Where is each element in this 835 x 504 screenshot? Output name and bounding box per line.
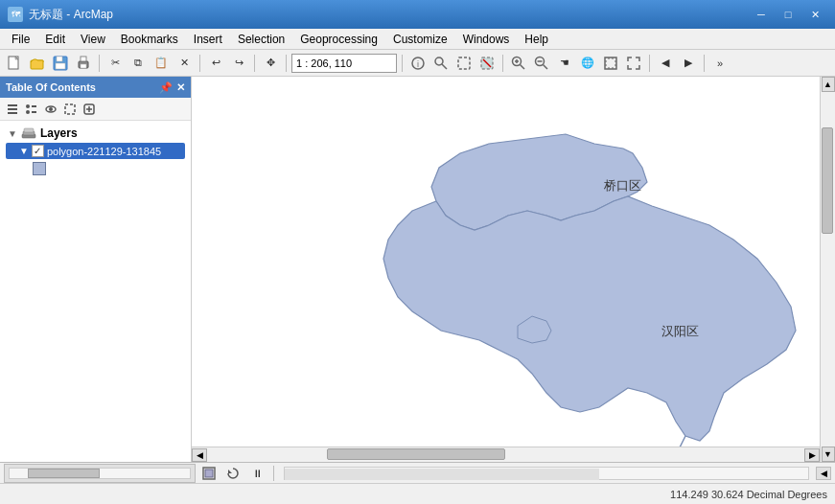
toc-toolbar <box>0 98 191 121</box>
undo-button[interactable]: ↩ <box>205 53 226 74</box>
layers-icon <box>21 126 36 140</box>
copy-button[interactable]: ⧉ <box>128 53 149 74</box>
toc-layer-row[interactable]: ▼ ✓ polygon-221129-131845 <box>6 143 185 159</box>
toc-group-layers: ▼ Layers ▼ ✓ polygon-221129-131845 <box>0 123 191 179</box>
toc-h-scroll-thumb[interactable] <box>28 469 100 478</box>
separator-1 <box>99 55 100 72</box>
scale-input[interactable] <box>291 54 397 73</box>
toc-pin-button[interactable]: 📌 <box>159 81 173 94</box>
map-bottom-toolbar: ⏸ ◀ <box>0 462 835 483</box>
forward-button[interactable]: ▶ <box>678 53 699 74</box>
select-button[interactable] <box>453 53 475 74</box>
toc-selection-button[interactable] <box>61 101 79 118</box>
back-button[interactable]: ◀ <box>655 53 676 74</box>
toc-group-header[interactable]: ▼ Layers <box>4 125 187 142</box>
clear-selection-button[interactable] <box>476 53 498 74</box>
menu-edit[interactable]: Edit <box>37 31 73 48</box>
svg-point-35 <box>26 104 30 108</box>
map-svg[interactable]: 桥口区 汉阳区 <box>192 77 820 447</box>
toc-options-button[interactable] <box>81 101 98 118</box>
menu-customize[interactable]: Customize <box>385 31 455 48</box>
scroll-down-button[interactable]: ▼ <box>822 447 835 462</box>
separator-7 <box>649 55 650 72</box>
new-button[interactable] <box>4 53 25 74</box>
paste-button[interactable]: 📋 <box>151 53 172 74</box>
hand-button[interactable]: ☚ <box>554 53 575 74</box>
print-button[interactable] <box>73 53 94 74</box>
pan-button[interactable]: ✥ <box>260 53 281 74</box>
minimize-button[interactable]: ─ <box>749 4 774 25</box>
separator-bottom <box>273 466 274 481</box>
open-button[interactable] <box>27 53 48 74</box>
maximize-button[interactable]: □ <box>776 4 800 25</box>
toc-header: Table Of Contents 📌 ✕ <box>0 77 191 98</box>
svg-rect-7 <box>81 57 86 61</box>
svg-marker-51 <box>228 470 232 473</box>
separator-4 <box>286 55 287 72</box>
menu-bar: File Edit View Bookmarks Insert Selectio… <box>0 29 835 50</box>
svg-text:i: i <box>417 59 419 69</box>
menu-insert[interactable]: Insert <box>186 31 230 48</box>
globe-button[interactable]: 🌐 <box>577 53 598 74</box>
title-bar-left: 🗺 无标题 - ArcMap <box>8 7 113 23</box>
cut-button[interactable]: ✂ <box>104 53 126 74</box>
h-scroll-track <box>207 447 804 462</box>
toc-list-view-button[interactable] <box>4 101 21 118</box>
main-toolbar: ✂ ⧉ 📋 ✕ ↩ ↪ ✥ i ☚ 🌐 ◀ ▶ » <box>0 50 835 77</box>
find-button[interactable] <box>430 53 452 74</box>
scroll-thumb[interactable] <box>822 127 833 234</box>
menu-windows[interactable]: Windows <box>455 31 518 48</box>
svg-rect-50 <box>205 470 213 477</box>
layer-symbol <box>33 162 46 175</box>
menu-selection[interactable]: Selection <box>230 31 292 48</box>
toc-panel: Table Of Contents 📌 ✕ <box>0 77 192 462</box>
title-bar-controls[interactable]: ─ □ ✕ <box>749 4 827 25</box>
separator-3 <box>254 55 255 72</box>
layer-name: polygon-221129-131845 <box>47 146 161 157</box>
layer-checkbox[interactable]: ✓ <box>32 145 44 157</box>
expand-group-icon: ▼ <box>8 128 17 139</box>
full-extent-button[interactable] <box>600 53 621 74</box>
scroll-up-button[interactable]: ▲ <box>822 77 835 92</box>
identify-button[interactable]: i <box>407 53 429 74</box>
close-button[interactable]: ✕ <box>802 4 827 25</box>
delete-button[interactable]: ✕ <box>174 53 195 74</box>
toc-source-view-button[interactable] <box>23 101 40 118</box>
more-options-button[interactable]: » <box>709 53 731 74</box>
toc-content: ▼ Layers ▼ ✓ polygon-221129-131845 <box>0 121 191 462</box>
map-area[interactable]: 桥口区 汉阳区 ▲ ▼ ◀ ▶ <box>192 77 835 462</box>
title-bar-text: 无标题 - ArcMap <box>29 7 113 23</box>
svg-line-21 <box>544 64 548 69</box>
toc-visibility-button[interactable] <box>42 101 59 118</box>
redo-button[interactable]: ↪ <box>228 53 249 74</box>
svg-rect-8 <box>81 64 86 68</box>
toc-close-button[interactable]: ✕ <box>176 81 185 94</box>
scroll-left-button[interactable]: ◀ <box>192 448 207 462</box>
svg-point-37 <box>26 110 30 114</box>
expand-button[interactable] <box>623 53 644 74</box>
layout-view-button[interactable] <box>198 463 220 484</box>
separator-2 <box>199 55 200 72</box>
menu-bookmarks[interactable]: Bookmarks <box>113 31 186 48</box>
refresh-button[interactable] <box>222 463 244 484</box>
menu-file[interactable]: File <box>4 31 37 48</box>
menu-geoprocessing[interactable]: Geoprocessing <box>292 31 385 48</box>
progress-bar-fill <box>285 469 599 480</box>
pause-button[interactable]: ⏸ <box>246 463 267 484</box>
zoom-in-button[interactable] <box>508 53 529 74</box>
status-bar: 114.249 30.624 Decimal Degrees <box>0 483 835 504</box>
menu-view[interactable]: View <box>73 31 113 48</box>
menu-help[interactable]: Help <box>517 31 556 48</box>
separator-6 <box>502 55 503 72</box>
vertical-scrollbar[interactable]: ▲ ▼ <box>820 77 835 462</box>
zoom-out-button[interactable] <box>531 53 552 74</box>
horizontal-scrollbar[interactable]: ◀ ▶ <box>192 447 820 462</box>
svg-rect-23 <box>605 57 616 69</box>
toc-h-scroll-track <box>9 468 191 479</box>
h-scroll-thumb[interactable] <box>327 448 506 460</box>
prev-frame-button[interactable]: ◀ <box>816 467 831 480</box>
scroll-right-button[interactable]: ▶ <box>804 448 820 462</box>
map-label-qiaokou: 桥口区 <box>603 178 641 193</box>
svg-rect-5 <box>56 63 65 69</box>
save-button[interactable] <box>50 53 71 74</box>
